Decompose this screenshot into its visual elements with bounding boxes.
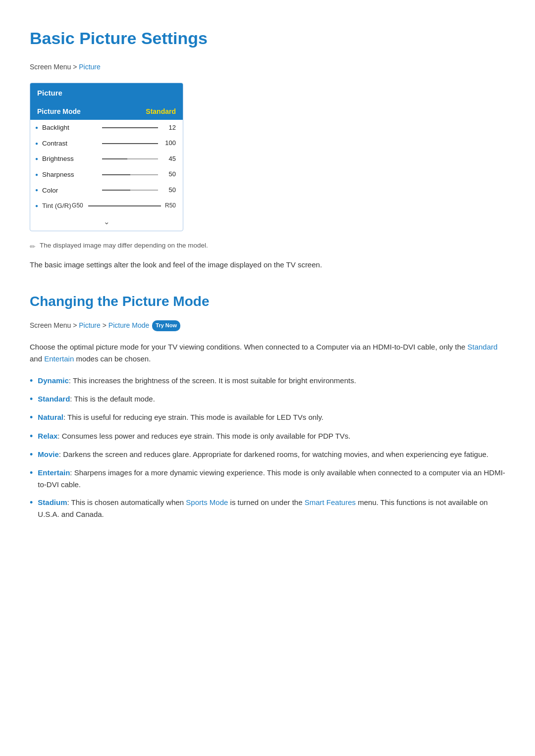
section2-title: Changing the Picture Mode — [30, 291, 505, 313]
section2-standard-link[interactable]: Standard — [468, 343, 498, 351]
brightness-slider-line — [102, 158, 127, 159]
sharpness-slider-line — [102, 174, 130, 175]
backlight-label: Backlight — [42, 122, 98, 133]
breadcrumb-1: Screen Menu > Picture — [30, 61, 505, 72]
brightness-bullet: ● — [35, 155, 38, 163]
section2-entertain-link[interactable]: Entertain — [44, 354, 74, 363]
mode-standard-content: Standard: This is the default mode. — [38, 393, 155, 405]
breadcrumb2-sep1: > — [71, 321, 79, 329]
tint-r50: R50 — [165, 201, 176, 210]
picture-menu-title: Picture — [30, 83, 183, 103]
color-value: 50 — [162, 185, 176, 196]
brightness-label: Brightness — [42, 153, 98, 164]
mode-relax-name: Relax — [38, 432, 57, 440]
breadcrumb2-picture-link[interactable]: Picture — [79, 321, 101, 329]
mode-entertain-content: Entertain: Sharpens images for a more dy… — [38, 467, 505, 491]
backlight-bullet: ● — [35, 124, 38, 132]
breadcrumb-2: Screen Menu > Picture > Picture ModeTry … — [30, 320, 505, 331]
picture-mode-value: Standard — [146, 106, 176, 117]
mode-dynamic-desc: This increases the brightness of the scr… — [71, 376, 356, 385]
mode-stadium-content: Stadium: This is chosen automatically wh… — [38, 497, 505, 520]
mode-movie: Movie: Darkens the screen and reduces gl… — [30, 449, 505, 461]
tint-slider — [88, 205, 161, 206]
mode-natural: Natural: This is useful for reducing eye… — [30, 411, 505, 424]
tint-row: ● Tint (G/R) G50 R50 — [30, 198, 183, 214]
backlight-row: ● Backlight 12 — [30, 120, 183, 136]
mode-relax: Relax: Consumes less power and reduces e… — [30, 430, 505, 443]
breadcrumb-sep1: > — [71, 63, 79, 71]
section2-intro-text: Choose the optimal picture mode for your… — [30, 343, 468, 351]
mode-standard-desc: This is the default mode. — [72, 395, 155, 403]
backlight-slider — [102, 127, 158, 128]
contrast-slider — [102, 143, 158, 144]
mode-stadium-smart-link[interactable]: Smart Features — [305, 498, 356, 506]
chevron-down-row: ⌄ — [30, 214, 183, 231]
sharpness-value: 50 — [162, 169, 176, 180]
intro-text: The basic image settings alter the look … — [30, 259, 505, 271]
mode-entertain: Entertain: Sharpens images for a more dy… — [30, 467, 505, 491]
tint-label: Tint (G/R) — [42, 201, 72, 211]
mode-movie-name: Movie — [38, 450, 59, 458]
mode-entertain-name: Entertain — [38, 468, 70, 477]
breadcrumb2-picture-mode-link[interactable]: Picture Mode — [108, 321, 149, 329]
section2-intro-end: modes can be chosen. — [74, 354, 151, 363]
mode-natural-name: Natural — [38, 413, 63, 421]
tint-g50: G50 — [72, 201, 83, 210]
section2-intro: Choose the optimal picture mode for your… — [30, 341, 505, 365]
mode-stadium-name: Stadium — [38, 498, 67, 506]
color-row: ● Color 50 — [30, 183, 183, 199]
mode-stadium-sports-link[interactable]: Sports Mode — [186, 498, 228, 506]
mode-relax-content: Relax: Consumes less power and reduces e… — [38, 430, 350, 442]
mode-natural-content: Natural: This is useful for reducing eye… — [38, 411, 323, 423]
color-slider-line — [102, 190, 130, 191]
mode-natural-desc: This is useful for reducing eye strain. … — [65, 413, 323, 421]
mode-dynamic-content: Dynamic: This increases the brightness o… — [38, 375, 356, 387]
tint-bullet: ● — [35, 202, 38, 210]
picture-mode-row[interactable]: Picture Mode Standard — [30, 103, 183, 120]
section2-intro-mid: and — [30, 354, 44, 363]
mode-dynamic: Dynamic: This increases the brightness o… — [30, 375, 505, 387]
picture-mode-label: Picture Mode — [37, 106, 81, 117]
brightness-value: 45 — [162, 154, 176, 164]
sharpness-label: Sharpness — [42, 169, 98, 180]
brightness-row: ● Brightness 45 — [30, 151, 183, 167]
contrast-slider-line — [102, 143, 158, 144]
breadcrumb-screen-menu: Screen Menu — [30, 63, 71, 71]
contrast-value: 100 — [162, 138, 176, 149]
breadcrumb-picture-link[interactable]: Picture — [79, 63, 101, 71]
color-bullet: ● — [35, 186, 38, 194]
mode-stadium: Stadium: This is chosen automatically wh… — [30, 497, 505, 520]
sharpness-bullet: ● — [35, 171, 38, 179]
mode-relax-desc: Consumes less power and reduces eye stra… — [60, 432, 351, 440]
try-now-badge[interactable]: Try Now — [152, 320, 180, 331]
contrast-label: Contrast — [42, 138, 98, 149]
mode-entertain-desc: Sharpens images for a more dynamic viewi… — [38, 468, 505, 489]
pencil-icon: ✏ — [30, 241, 36, 252]
breadcrumb2-sep2: > — [101, 321, 108, 329]
modes-list: Dynamic: This increases the brightness o… — [30, 375, 505, 520]
sharpness-slider — [102, 174, 158, 175]
mode-standard: Standard: This is the default mode. — [30, 393, 505, 405]
mode-stadium-desc-mid: is turned on under the — [228, 498, 304, 506]
color-slider — [102, 190, 158, 191]
contrast-row: ● Contrast 100 — [30, 136, 183, 151]
backlight-slider-line — [102, 127, 158, 128]
mode-movie-content: Movie: Darkens the screen and reduces gl… — [38, 449, 488, 460]
note-text: The displayed image may differ depending… — [40, 240, 208, 251]
mode-stadium-desc-pre: This is chosen automatically when — [69, 498, 186, 506]
backlight-value: 12 — [162, 123, 176, 133]
chevron-down-icon: ⌄ — [104, 217, 110, 226]
mode-dynamic-name: Dynamic — [38, 376, 69, 385]
color-label: Color — [42, 185, 98, 196]
brightness-slider — [102, 158, 158, 159]
sharpness-row: ● Sharpness 50 — [30, 167, 183, 183]
note-row: ✏ The displayed image may differ dependi… — [30, 240, 505, 252]
mode-standard-name: Standard — [38, 395, 70, 403]
picture-menu-box: Picture Picture Mode Standard ● Backligh… — [30, 83, 183, 231]
breadcrumb2-screen-menu: Screen Menu — [30, 321, 71, 329]
contrast-bullet: ● — [35, 140, 38, 148]
mode-movie-desc: Darkens the screen and reduces glare. Ap… — [61, 450, 488, 458]
page-title: Basic Picture Settings — [30, 25, 505, 51]
